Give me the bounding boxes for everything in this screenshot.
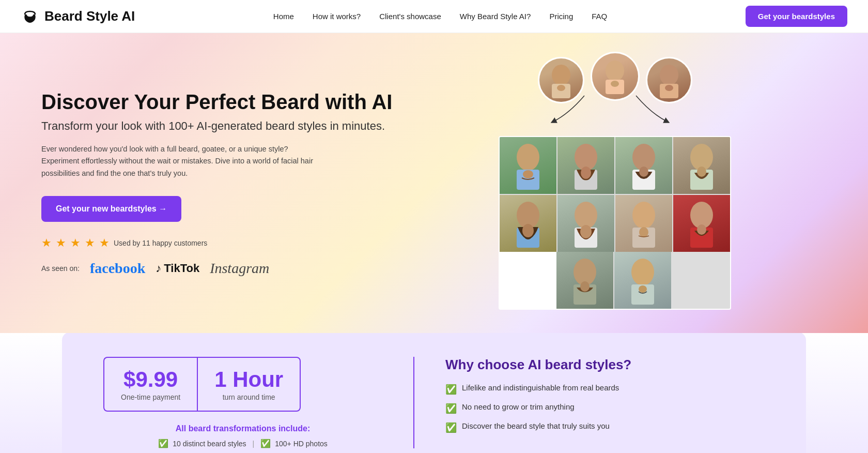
- nav-cta-button[interactable]: Get your beardstyles: [746, 6, 847, 27]
- pricing-right: Why choose AI beard styles? ✅ Lifelike a…: [445, 357, 765, 441]
- hero-section: Discover Your Perfect Beard with AI Tran…: [0, 33, 868, 333]
- face-grid-item-2: [557, 137, 614, 194]
- check-icon-2: ✅: [260, 439, 271, 448]
- face-grid-bottom: [556, 252, 730, 309]
- facebook-logo[interactable]: facebook: [90, 260, 145, 277]
- hour-amount: 1 Hour: [214, 367, 283, 392]
- price-box-hour: 1 Hour turn around time: [197, 357, 301, 412]
- svg-point-14: [581, 167, 591, 179]
- tiktok-logo[interactable]: ♪ TikTok: [156, 262, 199, 275]
- hour-label: turn around time: [214, 393, 283, 401]
- vertical-divider: [413, 357, 414, 448]
- svg-point-17: [639, 167, 648, 177]
- social-label: As seen on:: [41, 264, 80, 273]
- svg-point-23: [522, 224, 534, 237]
- why-item-text-3: Discover the beard style that truly suit…: [462, 421, 610, 430]
- nav-how-it-works[interactable]: How it works?: [313, 12, 361, 21]
- star-2: ★: [56, 236, 66, 250]
- svg-point-27: [632, 202, 655, 229]
- face-grid-item-4: [673, 137, 730, 194]
- face-grid-item-3: [615, 137, 672, 194]
- why-check-icon-1: ✅: [445, 384, 457, 395]
- pricing-left: $9.99 One-time payment 1 Hour turn aroun…: [103, 357, 382, 448]
- includes-row: ✅ 10 distinct beard styles | ✅ 100+ HD p…: [103, 439, 382, 448]
- hero-title: Discover Your Perfect Beard with AI: [41, 89, 403, 114]
- svg-point-11: [523, 170, 533, 178]
- face-grid-item-8: [673, 195, 730, 252]
- why-check-icon-3: ✅: [445, 422, 457, 433]
- svg-point-26: [580, 225, 592, 238]
- hero-subtitle: Transform your look with 100+ AI-generat…: [41, 119, 403, 133]
- instagram-logo[interactable]: Instagram: [210, 260, 269, 277]
- svg-point-3: [606, 61, 624, 81]
- tiktok-icon: ♪: [156, 262, 161, 275]
- why-check-icon-2: ✅: [445, 403, 457, 414]
- logo-text: Beard Style AI: [44, 8, 135, 24]
- svg-point-35: [580, 281, 590, 292]
- nav-pricing[interactable]: Pricing: [549, 12, 573, 21]
- hero-left: Discover Your Perfect Beard with AI Tran…: [41, 89, 403, 277]
- why-item-text-2: No need to grow or trim anything: [462, 402, 575, 411]
- svg-point-29: [639, 227, 648, 237]
- nav-links: Home How it works? Client's showcase Why…: [273, 12, 607, 21]
- includes-item-1: 10 distinct beard styles: [173, 440, 246, 448]
- face-grid-item-7: [615, 195, 672, 252]
- star-1: ★: [41, 236, 52, 250]
- price-box-amount: $9.99 One-time payment: [103, 357, 197, 412]
- tiktok-text: TikTok: [164, 262, 199, 275]
- nav-home[interactable]: Home: [273, 12, 294, 21]
- hero-right: [403, 57, 827, 310]
- svg-point-38: [639, 285, 647, 293]
- arrows-svg: [528, 93, 693, 124]
- logo[interactable]: Beard Style AI: [21, 7, 135, 26]
- nav-showcase[interactable]: Client's showcase: [379, 12, 441, 21]
- stars-row: ★ ★ ★ ★ ★ Used by 11 happy customers: [41, 236, 403, 250]
- hero-cta-button[interactable]: Get your new beardstyles →: [41, 196, 181, 222]
- svg-point-2: [557, 85, 565, 91]
- why-item-1: ✅ Lifelike and indistinguishable from re…: [445, 383, 765, 395]
- face-grid-item-5: [500, 195, 556, 252]
- customers-label: Used by 11 happy customers: [114, 239, 207, 247]
- svg-point-20: [697, 167, 706, 177]
- svg-point-24: [575, 202, 597, 229]
- svg-point-36: [631, 259, 654, 285]
- face-grid-item-1: [500, 137, 556, 194]
- face-grid-item-9: [556, 252, 613, 309]
- price-label: One-time payment: [121, 393, 180, 401]
- navbar: Beard Style AI Home How it works? Client…: [0, 0, 868, 33]
- face-grid-item-10: [614, 252, 671, 309]
- star-5: ★: [99, 236, 110, 250]
- pricing-section: $9.99 One-time payment 1 Hour turn aroun…: [62, 332, 806, 453]
- svg-point-8: [665, 85, 673, 91]
- social-row: As seen on: facebook ♪ TikTok Instagram: [41, 260, 403, 277]
- svg-point-9: [517, 144, 539, 171]
- hero-description: Ever wondered how you'd look with a full…: [41, 143, 320, 179]
- why-item-3: ✅ Discover the beard style that truly su…: [445, 421, 765, 433]
- why-item-2: ✅ No need to grow or trim anything: [445, 402, 765, 414]
- price-boxes: $9.99 One-time payment 1 Hour turn aroun…: [103, 357, 382, 412]
- includes-item-2: 100+ HD photos: [275, 440, 328, 448]
- svg-point-6: [660, 65, 678, 85]
- check-icon-1: ✅: [158, 439, 168, 448]
- face-grid-item-6: [557, 195, 614, 252]
- pricing-inner: $9.99 One-time payment 1 Hour turn aroun…: [103, 357, 765, 448]
- why-title: Why choose AI beard styles?: [445, 357, 765, 373]
- logo-icon: [21, 7, 39, 26]
- svg-point-0: [552, 65, 570, 85]
- nav-faq[interactable]: FAQ: [592, 12, 607, 21]
- face-grid: [499, 136, 731, 310]
- includes-title: All beard transformations include:: [103, 424, 382, 433]
- nav-why[interactable]: Why Beard Style AI?: [460, 12, 531, 21]
- star-4: ★: [85, 236, 95, 250]
- star-3: ★: [70, 236, 81, 250]
- svg-point-32: [697, 224, 706, 235]
- svg-point-5: [611, 81, 619, 87]
- why-item-text-1: Lifelike and indistinguishable from real…: [462, 383, 619, 392]
- price-amount: $9.99: [121, 367, 180, 392]
